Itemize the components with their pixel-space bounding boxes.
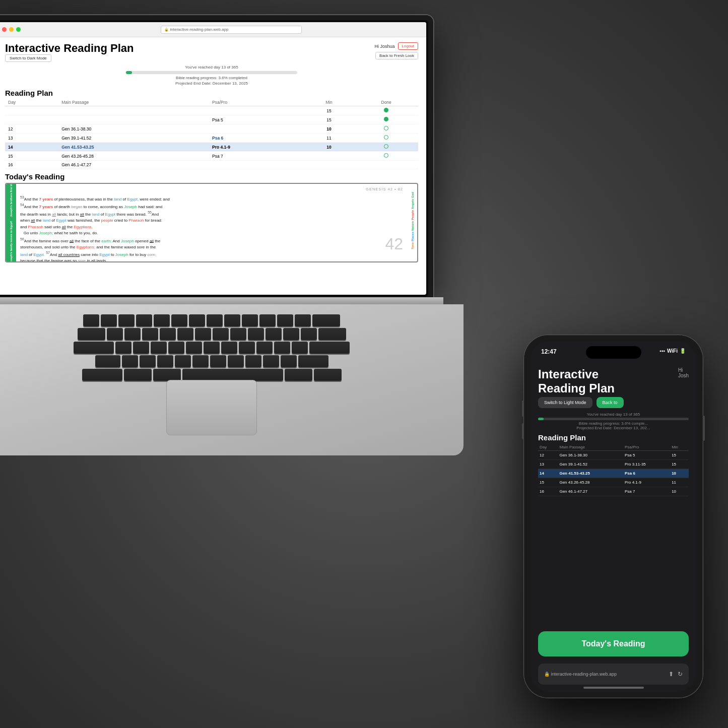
cell-day: 15 [5,152,58,161]
key [186,342,202,354]
phone-vol-down-button[interactable] [522,423,524,439]
phone-power-button[interactable] [703,416,705,441]
phone-browser-icons: ⬆ ↻ [669,671,683,678]
col-done: Done [354,99,418,106]
key [263,355,279,367]
key-ctrl [82,369,122,381]
url-bar[interactable]: 🔒 interactive-reading-plan.web.app [161,26,302,34]
progress-section: You've reached day 13 of 365 Bible readi… [5,65,418,80]
text-corn: corn; [147,252,156,257]
cell-psa: Psa 7 [209,152,304,161]
phone-back-button[interactable]: Back to [597,397,624,408]
dark-mode-button[interactable]: Switch to Dark Mode [5,54,51,62]
header-controls: Hi Joshua Logout Back to Fresh Look [375,42,419,59]
key-backspace [312,314,340,326]
text-all5: all [70,238,74,243]
key [292,342,308,354]
ph-main: Gen 46.1-47.27 [558,487,623,496]
key-caps [74,342,114,354]
text-all6: all [150,238,154,243]
phone-table-row-highlight: 14 Gen 41.53-43.25 Psa 6 10 [538,469,689,478]
ph-min: 15 [670,451,689,460]
key-backslash [318,328,346,340]
text-earth: earth: [101,238,111,243]
text-pharaoh2: Pharaoh [28,225,43,229]
cell-min: 11 [304,134,355,143]
cell-main: Gen 46.1-47.27 [58,161,209,169]
phone-todays-reading-button[interactable]: Today's Reading [538,631,689,656]
ph-day: 14 [538,469,558,478]
text-joseph2: Joseph; [39,231,53,235]
key-command-r [314,369,342,381]
refresh-icon[interactable]: ↻ [678,671,683,678]
cell-done [354,106,418,115]
phone-screen: 12:47 ▪▪▪ WiFi 🔋 InteractiveReading Plan… [530,341,697,692]
cell-day: 16 [5,161,58,169]
phone-table-header: Day Main Passage Psa/Pro Min [538,444,689,451]
key [157,355,173,367]
verse-num: 53 [20,195,24,199]
text-joseph3: Joseph [121,238,134,243]
side-labels: God Angels People Nature Places Time [411,192,415,249]
lock-icon: 🔒 [164,28,169,32]
share-icon[interactable]: ⬆ [669,671,674,678]
reading-plan-table: Day Main Passage Psa/Pro Min Done [5,99,418,169]
key [228,355,244,367]
cell-day: 13 [5,134,58,143]
ph-min: 11 [670,478,689,487]
table-row: 15 [5,106,418,115]
key [136,314,152,326]
phone-home-indicator [583,687,644,689]
seven-years: 7 years [39,205,53,209]
cell-min: 15 [304,115,355,124]
key [101,314,117,326]
key [140,355,156,367]
cell-min: 15 [304,106,355,115]
ph-day: 13 [538,460,558,469]
table-row: 13 Gen 39.1-41.52 Psa 6 11 [5,134,418,143]
traffic-light-green[interactable] [16,27,21,32]
reading-plan-title: Reading Plan [5,89,418,97]
phone-table-row: 16 Gen 46.1-47.27 Psa 7 10 [538,487,689,496]
cell-day [5,115,58,124]
label-god: God [411,192,415,198]
laptop-keyboard [0,314,423,382]
ph-col-min: Min [670,444,689,451]
key [195,328,211,340]
ph-min: 15 [670,460,689,469]
key [175,355,191,367]
table-row: 12 Gen 36.1-38.30 10 [5,124,418,134]
traffic-light-red[interactable] [2,27,7,32]
key [245,355,261,367]
phone-switch-mode-button[interactable]: Switch to Light Mode [538,397,592,408]
laptop-touchpad[interactable] [166,380,257,435]
key [154,314,170,326]
text-colored: 7 years [39,197,53,202]
text-joseph: Joseph [124,205,137,209]
phone-vol-up-button[interactable] [522,401,524,417]
done-filled-icon [384,108,388,112]
key-fn [124,369,152,381]
phone-status-icons: ▪▪▪ WiFi 🔋 [659,348,686,354]
cell-main [58,106,209,115]
key [274,342,290,354]
key [239,342,255,354]
key [83,314,99,326]
back-button[interactable]: Back to Fresh Look [375,52,418,59]
side-stripe: Joseph's family moves to Egypt! Joseph's… [6,184,16,261]
laptop-body [0,304,464,455]
cell-psa [209,124,304,134]
table-header-row: Day Main Passage Psa/Pro Min Done [5,99,418,106]
ph-main: Gen 36.1-38.30 [558,451,623,460]
key [295,314,311,326]
key [213,328,229,340]
ph-psa: Pro 4.1-9 [623,478,670,487]
col-min: Min [304,99,355,106]
logout-button[interactable]: Logout [398,42,418,50]
traffic-light-yellow[interactable] [9,27,14,32]
key-row-2 [0,328,423,340]
laptop-mockup: 🔒 interactive-reading-plan.web.app Inter… [0,15,474,469]
ph-min: 10 [670,487,689,496]
key [221,342,237,354]
col-main: Main Passage [58,99,209,106]
